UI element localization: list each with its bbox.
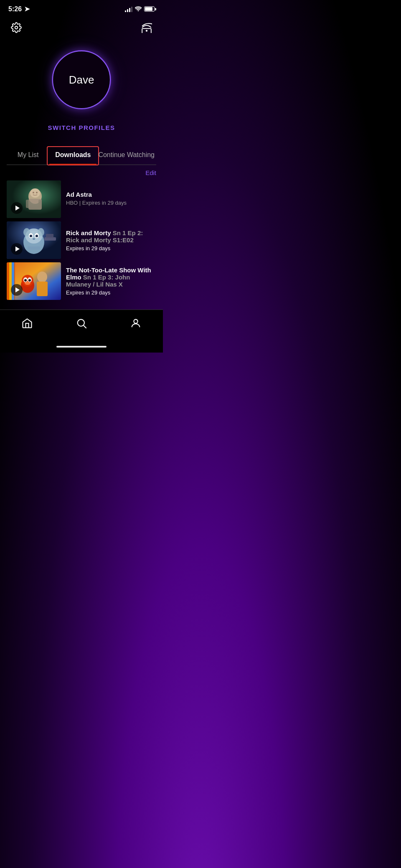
status-time: 5:26 ➤ <box>8 5 30 13</box>
home-bar <box>56 346 107 348</box>
profile-icon <box>130 317 142 329</box>
play-button-3[interactable] <box>11 284 23 296</box>
tabs-row: My List Downloads Continue Watching <box>7 147 156 165</box>
status-bar: 5:26 ➤ <box>0 0 163 16</box>
item-title-3: The Not-Too-Late Show With Elmo Sn 1 Ep … <box>66 266 156 288</box>
home-indicator <box>0 341 163 353</box>
battery-icon <box>144 6 155 12</box>
svg-point-19 <box>36 235 38 237</box>
downloads-list: Ad Astra HBO | Expires in 29 days <box>7 179 156 302</box>
search-icon <box>76 317 87 329</box>
svg-point-36 <box>28 279 31 282</box>
item-title-2: Rick and Morty Sn 1 Ep 2: Rick and Morty… <box>66 229 156 244</box>
edit-button[interactable]: Edit <box>145 169 156 176</box>
svg-point-2 <box>146 30 147 31</box>
home-icon <box>21 317 33 329</box>
svg-point-29 <box>37 272 47 282</box>
svg-rect-26 <box>7 262 9 300</box>
svg-point-20 <box>33 238 35 240</box>
tab-continue-watching[interactable]: Continue Watching <box>96 147 156 165</box>
thumbnail-rick-morty <box>7 221 61 259</box>
svg-rect-21 <box>28 246 40 250</box>
svg-point-9 <box>33 192 34 193</box>
play-button-2[interactable] <box>11 243 23 255</box>
item-info-1: Ad Astra HBO | Expires in 29 days <box>66 180 156 218</box>
svg-point-10 <box>36 192 38 193</box>
svg-rect-23 <box>46 234 53 238</box>
location-icon: ➤ <box>24 5 30 13</box>
nav-search[interactable] <box>67 316 96 331</box>
tab-downloads-wrapper: Downloads <box>49 147 96 165</box>
item-title-1: Ad Astra <box>66 191 156 198</box>
item-info-2: Rick and Morty Sn 1 Ep 2: Rick and Morty… <box>66 221 156 259</box>
item-meta-1: HBO | Expires in 29 days <box>66 200 156 206</box>
svg-point-40 <box>134 320 137 323</box>
svg-point-38 <box>78 320 84 326</box>
tabs-section: My List Downloads Continue Watching Edit <box>0 147 163 302</box>
svg-rect-8 <box>38 200 42 208</box>
download-item-1[interactable]: Ad Astra HBO | Expires in 29 days <box>7 179 156 220</box>
profile-name: Dave <box>69 74 94 86</box>
item-info-3: The Not-Too-Late Show With Elmo Sn 1 Ep … <box>66 262 156 300</box>
thumbnail-ad-astra <box>7 180 61 218</box>
download-item-3[interactable]: The Not-Too-Late Show With Elmo Sn 1 Ep … <box>7 261 156 302</box>
item-expiry-2: Expires in 29 days <box>66 245 156 251</box>
bottom-nav <box>0 310 163 341</box>
thumbnail-elmo <box>7 262 61 300</box>
item-expiry-3: Expires in 29 days <box>66 289 156 296</box>
download-item-2[interactable]: Rick and Morty Sn 1 Ep 2: Rick and Morty… <box>7 220 156 261</box>
svg-point-37 <box>25 282 30 285</box>
svg-point-18 <box>30 235 32 237</box>
svg-rect-7 <box>26 200 29 208</box>
svg-line-39 <box>84 325 86 328</box>
wifi-icon <box>135 6 142 13</box>
signal-bars-icon <box>125 6 132 12</box>
profile-section: Dave SWITCH PROFILES <box>0 42 163 137</box>
svg-rect-30 <box>37 282 48 296</box>
svg-rect-27 <box>9 262 12 300</box>
cast-button[interactable] <box>139 20 155 36</box>
svg-point-35 <box>24 279 27 282</box>
tab-downloads[interactable]: Downloads <box>49 147 96 165</box>
svg-point-0 <box>15 26 18 29</box>
switch-profiles-button[interactable]: SWITCH PROFILES <box>48 122 115 133</box>
top-nav <box>0 16 163 42</box>
time-display: 5:26 <box>8 5 22 13</box>
play-button-1[interactable] <box>11 202 23 214</box>
nav-home[interactable] <box>13 316 41 331</box>
settings-button[interactable] <box>8 20 24 36</box>
profile-avatar[interactable]: Dave <box>52 51 111 109</box>
status-icons <box>125 6 155 13</box>
tab-my-list[interactable]: My List <box>7 147 49 165</box>
list-header: Edit <box>7 165 156 179</box>
svg-point-5 <box>30 188 40 198</box>
nav-profile[interactable] <box>122 316 150 331</box>
